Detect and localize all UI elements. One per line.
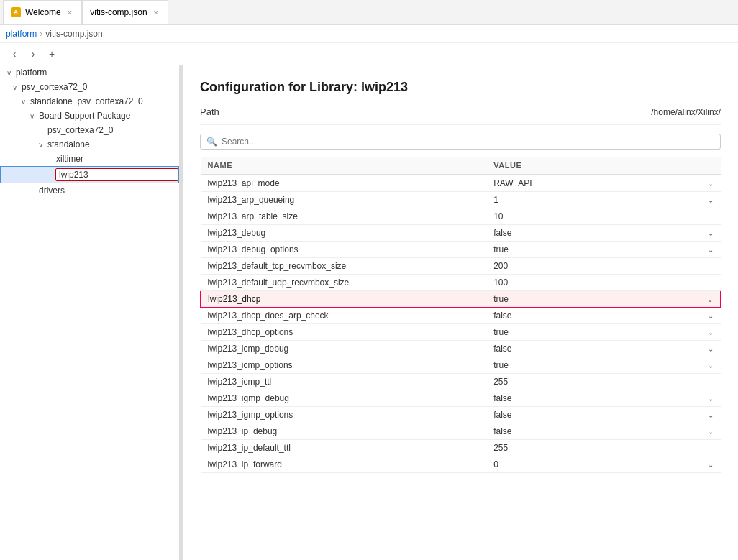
cell-value-lwip213_icmp_debug[interactable]: false⌄ (486, 341, 720, 357)
cell-value-lwip213_dhcp[interactable]: true⌄ (486, 291, 720, 308)
dropdown-arrow-lwip213_dhcp[interactable]: ⌄ (707, 295, 713, 303)
table-row[interactable]: lwip213_api_modeRAW_API⌄ (201, 175, 721, 192)
tree-label-platform: platform (14, 67, 179, 78)
tree-item-xiltimer[interactable]: xiltimer (0, 152, 179, 166)
table-row[interactable]: lwip213_ip_forward0⌄ (201, 456, 721, 473)
cell-value-lwip213_ip_forward[interactable]: 0⌄ (486, 456, 720, 473)
tab-welcome[interactable]: A Welcome × (3, 0, 82, 24)
tree-arrow-psv_cortexa72_0: ∨ (9, 83, 20, 91)
table-row[interactable]: lwip213_default_tcp_recvmbox_size200 (201, 258, 721, 275)
tree-arrow-bsp: ∨ (26, 112, 37, 120)
cell-value-lwip213_ip_debug[interactable]: false⌄ (486, 423, 720, 440)
dropdown-arrow-lwip213_ip_debug[interactable]: ⌄ (708, 428, 714, 436)
tree-item-psv_core[interactable]: psv_cortexa72_0 (0, 123, 179, 137)
tree-arrow-standalone: ∨ (35, 141, 46, 149)
cell-value-lwip213_dhcp_does_arp_check[interactable]: false⌄ (486, 308, 720, 324)
forward-button[interactable]: › (24, 45, 42, 63)
cell-name-lwip213_dhcp: lwip213_dhcp (201, 291, 487, 308)
tree-arrow-standalone_psv: ∨ (17, 98, 29, 106)
tree-label-drivers: drivers (37, 185, 179, 196)
search-input[interactable] (222, 137, 714, 147)
tree-label-psv_core: psv_cortexa72_0 (46, 124, 179, 136)
tab-vitis-comp-close[interactable]: × (152, 7, 160, 17)
cell-value-lwip213_default_tcp_recvmbox_size: 200 (486, 258, 720, 275)
table-row[interactable]: lwip213_icmp_optionstrue⌄ (201, 357, 721, 374)
table-row[interactable]: lwip213_icmp_debugfalse⌄ (201, 341, 721, 357)
dropdown-arrow-lwip213_ip_forward[interactable]: ⌄ (708, 461, 714, 469)
dropdown-arrow-lwip213_debug[interactable]: ⌄ (708, 229, 714, 237)
table-row[interactable]: lwip213_ip_debugfalse⌄ (201, 423, 721, 440)
dropdown-arrow-lwip213_api_mode[interactable]: ⌄ (708, 180, 714, 188)
cell-name-lwip213_igmp_options: lwip213_igmp_options (201, 407, 487, 423)
app-icon: A (11, 7, 21, 17)
cell-name-lwip213_default_tcp_recvmbox_size: lwip213_default_tcp_recvmbox_size (201, 258, 487, 275)
tree-item-standalone_psv[interactable]: ∨standalone_psv_cortexa72_0 (0, 94, 179, 109)
tree-label-bsp: Board Support Package (37, 110, 179, 121)
cell-value-lwip213_debug_options[interactable]: true⌄ (486, 242, 720, 258)
cell-value-lwip213_igmp_options[interactable]: false⌄ (486, 407, 720, 423)
cell-name-lwip213_igmp_debug: lwip213_igmp_debug (201, 390, 487, 407)
table-row[interactable]: lwip213_dhcp_optionstrue⌄ (201, 324, 721, 341)
dropdown-arrow-lwip213_igmp_options[interactable]: ⌄ (708, 411, 714, 419)
tree-item-bsp[interactable]: ∨Board Support Package (0, 109, 179, 123)
tree-label-lwip213: lwip213 (55, 168, 178, 181)
breadcrumb-file[interactable]: vitis-comp.json (45, 29, 102, 39)
cell-name-lwip213_icmp_ttl: lwip213_icmp_ttl (201, 374, 487, 390)
breadcrumb: platform › vitis-comp.json (0, 25, 738, 43)
table-row[interactable]: lwip213_debugfalse⌄ (201, 225, 721, 242)
path-value: /home/alinx/Xilinx/ (651, 107, 721, 117)
main-layout: ∨platform∨psv_cortexa72_0∨standalone_psv… (0, 65, 738, 560)
tab-welcome-close[interactable]: × (65, 7, 74, 17)
tree-item-lwip213[interactable]: lwip213 (0, 166, 179, 183)
tab-welcome-label: Welcome (25, 7, 61, 17)
dropdown-arrow-lwip213_igmp_debug[interactable]: ⌄ (708, 395, 714, 403)
tree-label-standalone_psv: standalone_psv_cortexa72_0 (29, 96, 179, 107)
table-row[interactable]: lwip213_ip_default_ttl255 (201, 440, 721, 456)
cell-value-lwip213_api_mode[interactable]: RAW_API⌄ (486, 175, 720, 192)
dropdown-arrow-lwip213_debug_options[interactable]: ⌄ (708, 246, 714, 254)
table-row[interactable]: lwip213_igmp_debugfalse⌄ (201, 390, 721, 407)
cell-name-lwip213_api_mode: lwip213_api_mode (201, 175, 487, 192)
table-row[interactable]: lwip213_arp_queueing1⌄ (201, 192, 721, 208)
content-panel: Configuration for Library: lwip213 Path … (183, 65, 738, 560)
cell-name-lwip213_default_udp_recvmbox_size: lwip213_default_udp_recvmbox_size (201, 275, 487, 291)
cell-value-lwip213_icmp_options[interactable]: true⌄ (486, 357, 720, 374)
dropdown-arrow-lwip213_arp_queueing[interactable]: ⌄ (708, 196, 714, 204)
back-button[interactable]: ‹ (6, 45, 23, 63)
table-row[interactable]: lwip213_debug_optionstrue⌄ (201, 242, 721, 258)
add-button[interactable]: + (43, 45, 60, 63)
cell-name-lwip213_dhcp_options: lwip213_dhcp_options (201, 324, 487, 341)
table-row[interactable]: lwip213_icmp_ttl255 (201, 374, 721, 390)
dropdown-arrow-lwip213_icmp_options[interactable]: ⌄ (708, 362, 714, 369)
table-row[interactable]: lwip213_dhcp_does_arp_checkfalse⌄ (201, 308, 721, 324)
tab-vitis-comp[interactable]: vitis-comp.json × (82, 0, 168, 24)
cell-value-lwip213_debug[interactable]: false⌄ (486, 225, 720, 242)
panel-title: Configuration for Library: lwip213 (200, 80, 721, 95)
config-table: NAME VALUE lwip213_api_modeRAW_API⌄lwip2… (200, 157, 721, 473)
tab-bar: A Welcome × vitis-comp.json × (0, 0, 738, 25)
tree-item-platform[interactable]: ∨platform (0, 65, 179, 80)
cell-value-lwip213_dhcp_options[interactable]: true⌄ (486, 324, 720, 341)
search-box: 🔍 (200, 134, 721, 150)
dropdown-arrow-lwip213_dhcp_does_arp_check[interactable]: ⌄ (708, 312, 714, 320)
dropdown-arrow-lwip213_icmp_debug[interactable]: ⌄ (708, 345, 714, 353)
col-name-header: NAME (201, 157, 487, 175)
cell-name-lwip213_ip_forward: lwip213_ip_forward (201, 456, 487, 473)
cell-value-lwip213_arp_queueing[interactable]: 1⌄ (486, 192, 720, 208)
cell-name-lwip213_dhcp_does_arp_check: lwip213_dhcp_does_arp_check (201, 308, 487, 324)
table-row[interactable]: lwip213_default_udp_recvmbox_size100 (201, 275, 721, 291)
tree-label-standalone: standalone (46, 139, 179, 150)
tree-item-standalone[interactable]: ∨standalone (0, 137, 179, 152)
table-row[interactable]: lwip213_arp_table_size10 (201, 208, 721, 225)
tab-vitis-comp-label: vitis-comp.json (90, 7, 147, 17)
cell-value-lwip213_igmp_debug[interactable]: false⌄ (486, 390, 720, 407)
tree-arrow-platform: ∨ (3, 69, 14, 77)
tree-item-drivers[interactable]: drivers (0, 183, 179, 198)
breadcrumb-platform[interactable]: platform (6, 29, 37, 39)
table-row[interactable]: lwip213_igmp_optionsfalse⌄ (201, 407, 721, 423)
dropdown-arrow-lwip213_dhcp_options[interactable]: ⌄ (708, 329, 714, 336)
tree-item-psv_cortexa72_0[interactable]: ∨psv_cortexa72_0 (0, 80, 179, 94)
table-row[interactable]: lwip213_dhcptrue⌄ (201, 291, 721, 308)
cell-name-lwip213_ip_debug: lwip213_ip_debug (201, 423, 487, 440)
cell-value-lwip213_ip_default_ttl: 255 (486, 440, 720, 456)
